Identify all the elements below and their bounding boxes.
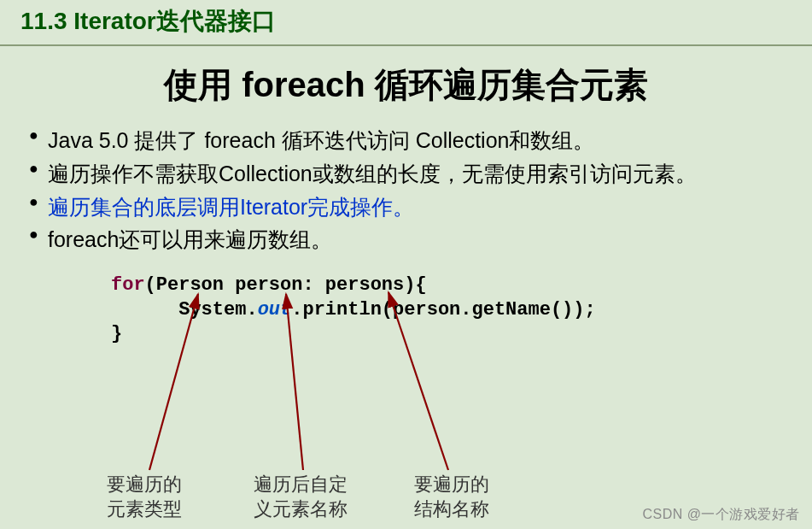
code-text: System. [111,299,258,320]
title-pre: 使用 [164,66,242,103]
header-bar: 11.3 Iterator迭代器接口 [0,0,812,46]
code-diagram: for(Person person: persons){ System.out.… [111,273,777,529]
code-text: (Person person: persons){ [145,274,427,296]
code-brace: } [111,323,122,344]
code-out: out [258,299,292,320]
label-line: 要遍历的 [107,473,182,495]
title-keyword: foreach [242,66,365,103]
annotation-labels: 要遍历的 元素类型 遍历后自定 义元素名称 要遍历的 结构名称 [102,473,534,521]
bullet-list: Java 5.0 提供了 foreach 循环迭代访问 Collection和数… [29,124,812,256]
label-element-type: 要遍历的 元素类型 [107,473,226,521]
bullet-item: foreach还可以用来遍历数组。 [29,223,812,256]
bullet-item: Java 5.0 提供了 foreach 循环迭代访问 Collection和数… [29,124,812,157]
label-element-name: 遍历后自定 义元素名称 [254,473,390,521]
label-line: 要遍历的 [414,473,489,495]
label-structure-name: 要遍历的 结构名称 [414,473,534,521]
bullet-item-highlight: 遍历集合的底层调用Iterator完成操作。 [29,191,812,224]
label-line: 元素类型 [107,498,182,520]
title-post: 循环遍历集合元素 [365,66,648,103]
watermark: CSDN @一个游戏爱好者 [642,506,800,524]
code-text: .println(person.getName()); [291,299,595,320]
code-block: for(Person person: persons){ System.out.… [111,273,777,347]
code-kw-for: for [111,274,145,296]
label-line: 结构名称 [414,498,489,520]
label-line: 遍历后自定 [254,473,348,495]
label-line: 义元素名称 [254,498,348,520]
header-title: 11.3 Iterator迭代器接口 [20,5,792,38]
page-title: 使用 foreach 循环遍历集合元素 [0,62,812,109]
bullet-item: 遍历操作不需获取Collection或数组的长度，无需使用索引访问元素。 [29,157,812,191]
